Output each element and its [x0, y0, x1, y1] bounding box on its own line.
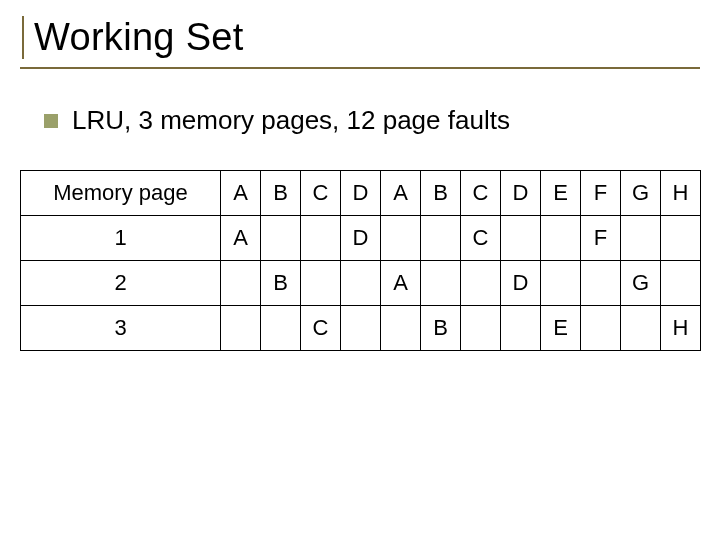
table-row: 2 B A D G — [21, 261, 701, 306]
cell — [381, 306, 421, 351]
col-header: B — [421, 171, 461, 216]
cell: E — [541, 306, 581, 351]
cell — [581, 306, 621, 351]
cell — [421, 216, 461, 261]
row-label: 1 — [21, 216, 221, 261]
cell: D — [341, 216, 381, 261]
cell — [501, 306, 541, 351]
cell — [581, 261, 621, 306]
col-header: B — [261, 171, 301, 216]
row-label: 2 — [21, 261, 221, 306]
cell — [341, 306, 381, 351]
cell — [661, 261, 701, 306]
cell — [461, 306, 501, 351]
cell — [301, 216, 341, 261]
cell — [221, 306, 261, 351]
col-header: D — [501, 171, 541, 216]
row-label: 3 — [21, 306, 221, 351]
memory-table: Memory page A B C D A B C D E F G H 1 A … — [20, 170, 701, 351]
cell — [501, 216, 541, 261]
cell — [541, 216, 581, 261]
header-label: Memory page — [21, 171, 221, 216]
cell: A — [221, 216, 261, 261]
cell — [461, 261, 501, 306]
col-header: E — [541, 171, 581, 216]
cell — [621, 216, 661, 261]
col-header: A — [381, 171, 421, 216]
cell: D — [501, 261, 541, 306]
title-rule: Working Set — [20, 14, 700, 69]
cell — [261, 216, 301, 261]
col-header: A — [221, 171, 261, 216]
cell — [381, 216, 421, 261]
bullet-row: LRU, 3 memory pages, 12 page faults — [44, 105, 700, 136]
cell — [261, 306, 301, 351]
title-inner: Working Set — [22, 16, 700, 59]
cell: B — [421, 306, 461, 351]
cell: F — [581, 216, 621, 261]
table-row: 3 C B E H — [21, 306, 701, 351]
cell — [621, 306, 661, 351]
cell — [541, 261, 581, 306]
cell — [421, 261, 461, 306]
slide: Working Set LRU, 3 memory pages, 12 page… — [0, 0, 720, 540]
col-header: G — [621, 171, 661, 216]
table-header-row: Memory page A B C D A B C D E F G H — [21, 171, 701, 216]
slide-title: Working Set — [34, 16, 700, 59]
cell — [301, 261, 341, 306]
col-header: C — [301, 171, 341, 216]
cell — [221, 261, 261, 306]
cell — [341, 261, 381, 306]
cell: G — [621, 261, 661, 306]
col-header: D — [341, 171, 381, 216]
cell: C — [301, 306, 341, 351]
cell: A — [381, 261, 421, 306]
col-header: F — [581, 171, 621, 216]
cell — [661, 216, 701, 261]
cell: B — [261, 261, 301, 306]
square-bullet-icon — [44, 114, 58, 128]
col-header: H — [661, 171, 701, 216]
cell: H — [661, 306, 701, 351]
bullet-text: LRU, 3 memory pages, 12 page faults — [72, 105, 510, 136]
col-header: C — [461, 171, 501, 216]
table-row: 1 A D C F — [21, 216, 701, 261]
cell: C — [461, 216, 501, 261]
